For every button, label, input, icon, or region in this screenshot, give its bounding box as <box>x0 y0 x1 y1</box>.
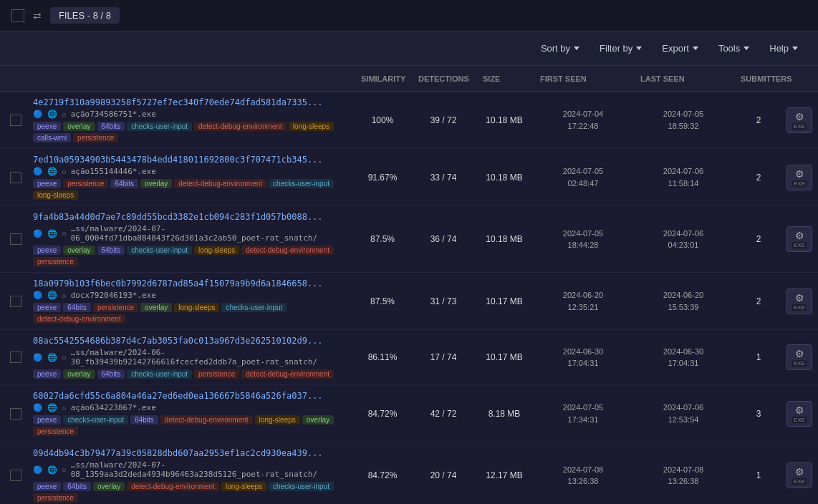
file-hash[interactable]: 4e2719f310a99893258f5727ef7ec340f70ede74… <box>33 97 350 107</box>
tag-detect-debug-environment[interactable]: detect-debug-environment <box>241 246 334 255</box>
tag-detect-debug-environment[interactable]: detect-debug-environment <box>174 179 266 188</box>
tag-overlay[interactable]: overlay <box>140 179 172 188</box>
tag-long-sleeps[interactable]: long-sleeps <box>255 415 300 425</box>
export-button[interactable]: Export <box>653 39 707 58</box>
tag-peexe[interactable]: peexe <box>33 415 61 425</box>
exe-badge[interactable]: ⚙EXE <box>786 107 812 133</box>
file-name[interactable]: docx792046193*.exe <box>71 291 156 300</box>
files-label: FILES - 8 / 8 <box>59 10 111 21</box>
exe-badge[interactable]: ⚙EXE <box>786 344 812 370</box>
size-cell: 10.18 MB <box>476 234 533 244</box>
size-cell: 12.17 MB <box>476 470 533 480</box>
row-checkbox[interactable] <box>10 296 21 307</box>
tag-long-sleeps[interactable]: long-sleeps <box>289 122 334 131</box>
last-seen-cell: 2024-06-3017:04:31 <box>633 346 733 369</box>
exe-badge[interactable]: ⚙EXE <box>786 401 812 427</box>
tag-64bits[interactable]: 64bits <box>97 122 125 131</box>
tag-64bits[interactable]: 64bits <box>130 415 158 425</box>
tag-64bits[interactable]: 64bits <box>97 246 125 255</box>
tag-detect-debug-environment[interactable]: detect-debug-environment <box>33 314 125 324</box>
tag-persistence[interactable]: persistence <box>33 427 78 436</box>
tag-checks-user-input[interactable]: checks-user-input <box>221 303 287 312</box>
last-seen-cell: 2024-07-0518:59:32 <box>633 108 733 132</box>
first-seen-cell: 2024-07-0517:34:31 <box>533 402 633 425</box>
exe-badge-cell: ⚙EXE <box>784 289 815 314</box>
file-hash[interactable]: 18a0979b103f6bec0b7992d6787ad85a4f15079a… <box>33 278 350 289</box>
file-icon: ⚙ <box>795 230 804 241</box>
tag-persistence[interactable]: persistence <box>93 303 138 312</box>
exe-badge[interactable]: ⚙EXE <box>786 462 812 488</box>
tag-overlay[interactable]: overlay <box>93 482 125 491</box>
exe-badge-cell: ⚙EXE <box>784 107 815 133</box>
tag-persistence[interactable]: persistence <box>194 369 239 379</box>
tag-persistence[interactable]: persistence <box>33 493 78 503</box>
tag-checks-user-input[interactable]: checks-user-input <box>63 415 128 425</box>
tools-button[interactable]: Tools <box>710 39 758 58</box>
tag-64bits[interactable]: 64bits <box>63 303 91 312</box>
tag-detect-debug-environment[interactable]: detect-debug-environment <box>194 122 287 131</box>
row-checkbox[interactable] <box>10 408 21 420</box>
tag-long-sleeps[interactable]: long-sleeps <box>174 303 219 312</box>
tag-persistence[interactable]: persistence <box>63 179 108 188</box>
file-name[interactable]: …ss/malware/2024-07-06_0004fd71dba084843… <box>71 224 350 243</box>
tag-detect-debug-environment[interactable]: detect-debug-environment <box>127 482 219 491</box>
file-name[interactable]: ação155144446*.exe <box>71 167 156 176</box>
tag-long-sleeps[interactable]: long-sleeps <box>194 246 239 255</box>
tag-overlay[interactable]: overlay <box>63 122 95 131</box>
exe-badge[interactable]: ⚙EXE <box>786 165 812 190</box>
tag-peexe[interactable]: peexe <box>33 179 61 188</box>
file-hash[interactable]: 09d4db94c3b79477a39c05828dbd607aa2953ef1… <box>33 448 350 458</box>
file-icon: ⚙ <box>795 348 804 359</box>
sort-by-button[interactable]: Sort by <box>532 39 588 58</box>
tag-checks-user-input[interactable]: checks-user-input <box>127 246 192 255</box>
file-name[interactable]: ação634223867*.exe <box>71 403 156 412</box>
filter-by-button[interactable]: Filter by <box>591 39 650 58</box>
file-name[interactable]: ação734586751*.exe <box>71 110 156 119</box>
tag-overlay[interactable]: overlay <box>63 369 95 379</box>
file-name[interactable]: …ss/malware/2024-06-30_fb39439b921427666… <box>71 348 350 367</box>
size-header: Size <box>478 74 536 83</box>
tag-long-sleeps[interactable]: long-sleeps <box>33 190 78 200</box>
tag-peexe[interactable]: peexe <box>33 122 61 131</box>
exe-badge[interactable]: ⚙EXE <box>786 226 812 252</box>
row-checkbox[interactable] <box>10 352 21 363</box>
select-all-checkbox[interactable] <box>11 9 24 22</box>
row-checkbox[interactable] <box>10 233 21 245</box>
file-hash[interactable]: 60027da6cfd55c6a804a46a27ed6ed0ea136667b… <box>33 391 350 401</box>
tag-peexe[interactable]: peexe <box>33 246 61 255</box>
tag-detect-debug-environment[interactable]: detect-debug-environment <box>241 369 334 379</box>
file-tags: peexe64bitsoverlaydetect-debug-environme… <box>33 482 350 503</box>
row-checkbox[interactable] <box>10 172 21 183</box>
tag-overlay[interactable]: overlay <box>140 303 172 312</box>
tag-persistence[interactable]: persistence <box>33 257 78 266</box>
tag-checks-user-input[interactable]: checks-user-input <box>127 122 192 131</box>
tag-long-sleeps[interactable]: long-sleeps <box>221 482 266 491</box>
exe-badge[interactable]: ⚙EXE <box>786 289 812 314</box>
submitters-cell: 1 <box>733 352 784 362</box>
row-checkbox[interactable] <box>10 470 21 481</box>
tag-checks-user-input[interactable]: checks-user-input <box>269 482 334 491</box>
tag-64bits[interactable]: 64bits <box>63 482 91 491</box>
tag-detect-debug-environment[interactable]: detect-debug-environment <box>160 415 253 425</box>
help-button[interactable]: Help <box>761 39 807 58</box>
file-hash[interactable]: 9fa4b83a44d0d7ae7c89dd55bcd3382e1cb094c2… <box>33 212 350 222</box>
tag-persistence[interactable]: persistence <box>73 133 118 142</box>
tag-peexe[interactable]: peexe <box>33 482 61 491</box>
tag-peexe[interactable]: peexe <box>33 369 61 379</box>
tag-64bits[interactable]: 64bits <box>110 179 138 188</box>
tag-peexe[interactable]: peexe <box>33 303 61 312</box>
tag-calls-wmi[interactable]: calls-wmi <box>33 133 71 142</box>
row-checkbox[interactable] <box>10 115 21 126</box>
detections-cell: 33 / 74 <box>411 173 476 183</box>
file-hash[interactable]: 08ac5542554686b387d4c7ab3053fa0c013a967d… <box>33 336 350 346</box>
submitters-header: Submitters <box>736 74 786 83</box>
tag-checks-user-input[interactable]: checks-user-input <box>269 179 334 188</box>
tag-checks-user-input[interactable]: checks-user-input <box>127 369 192 379</box>
tag-overlay[interactable]: overlay <box>302 415 334 425</box>
tag-64bits[interactable]: 64bits <box>97 369 125 379</box>
tag-overlay[interactable]: overlay <box>63 246 95 255</box>
files-tab[interactable]: FILES - 8 / 8 <box>50 7 120 24</box>
file-name[interactable]: …ss/malware/2024-07-08_1359aa3d2deda4934… <box>71 460 350 479</box>
circle-outline-icon: ○ <box>62 353 67 362</box>
file-hash[interactable]: 7ed10a05934903b5443478b4edd418011692800c… <box>33 155 350 165</box>
